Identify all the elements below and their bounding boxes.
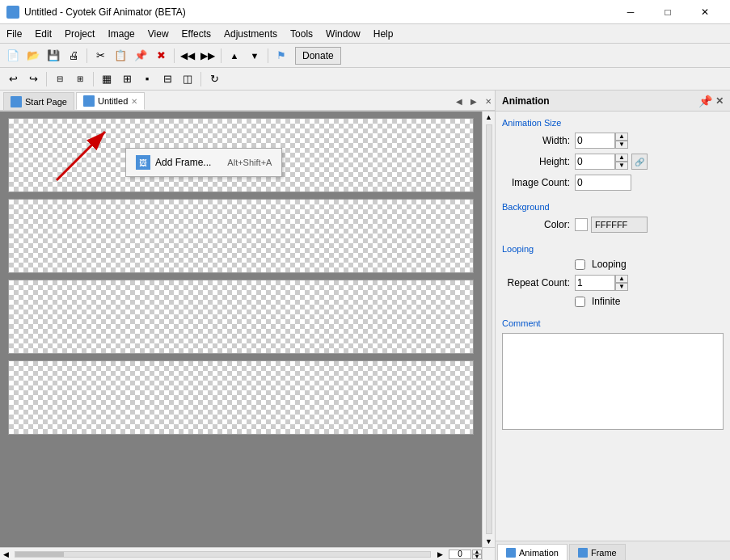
looping-checkbox[interactable] [575, 259, 585, 270]
repeat-spin-down[interactable]: ▼ [615, 283, 628, 291]
menu-image[interactable]: Image [101, 24, 141, 43]
copy-button[interactable] [111, 47, 130, 65]
animation-tab-label: Animation [519, 548, 559, 558]
add-frame-icon: 🖼 [136, 155, 150, 170]
paste-button[interactable] [131, 47, 150, 65]
scroll-right-button[interactable]: ▶ [434, 549, 445, 560]
minimize-button[interactable]: ─ [612, 0, 649, 24]
page-spin-down[interactable]: ▼ [472, 554, 482, 559]
separator6 [93, 72, 94, 86]
menu-view[interactable]: View [141, 24, 175, 43]
redo-button[interactable] [23, 70, 43, 88]
vertical-scrollbar[interactable]: ▲ ▼ [482, 112, 495, 547]
menu-help[interactable]: Help [367, 24, 400, 43]
scroll-up-button[interactable]: ▲ [483, 112, 495, 123]
repeat-count-row: Repeat Count: ▲ ▼ [502, 275, 724, 291]
print-button[interactable] [64, 47, 83, 65]
tab-animation[interactable]: Animation [497, 544, 568, 560]
start-page-label: Start Page [25, 97, 67, 107]
up-button[interactable] [225, 47, 244, 65]
toolbar-main: ◀◀ ▶▶ Donate [0, 44, 730, 68]
tab-frame[interactable]: Frame [569, 544, 626, 560]
hscroll-thumb[interactable] [15, 552, 64, 557]
untitled-icon [83, 95, 95, 107]
hscroll-track[interactable] [15, 551, 431, 558]
page-controls: ▲ ▼ [449, 549, 482, 559]
comment-textarea[interactable] [502, 333, 724, 430]
menu-effects[interactable]: Effects [175, 24, 217, 43]
move-right-button[interactable]: ▶▶ [198, 47, 217, 65]
divider2 [502, 238, 724, 244]
menu-file[interactable]: File [0, 24, 28, 43]
tab-scroll-right[interactable]: ▶ [467, 92, 480, 110]
save-button[interactable] [44, 47, 63, 65]
height-row: Height: ▲ ▼ 🔗 [502, 154, 724, 170]
separator5 [46, 72, 47, 86]
tab-untitled[interactable]: Untitled ✕ [76, 92, 145, 110]
menu-project[interactable]: Project [58, 24, 101, 43]
scroll-down-button[interactable]: ▼ [483, 536, 495, 547]
menu-edit[interactable]: Edit [28, 24, 58, 43]
frame-tab-label: Frame [591, 548, 617, 558]
tab-scroll-left[interactable]: ◀ [453, 92, 466, 110]
flag-button[interactable] [272, 47, 291, 65]
section-background: Background [502, 202, 724, 212]
width-spin-down[interactable]: ▼ [615, 141, 628, 149]
scroll-track[interactable] [486, 124, 492, 534]
menu-window[interactable]: Window [319, 24, 367, 43]
add-frame-menu-item[interactable]: 🖼 Add Frame... Alt+Shift+A [126, 152, 281, 173]
grid5-button[interactable] [178, 70, 197, 88]
grid4-button[interactable] [158, 70, 177, 88]
height-spin-down[interactable]: ▼ [615, 162, 628, 170]
image-count-label: Image Count: [502, 177, 575, 188]
section-animation-size: Animation Size [502, 118, 724, 128]
page-input[interactable] [449, 549, 471, 559]
height-spin-up[interactable]: ▲ [615, 154, 628, 162]
panel-close-button[interactable]: ✕ [715, 95, 724, 107]
tb2-btn1[interactable]: ⊟ [50, 70, 70, 88]
maximize-button[interactable]: □ [649, 0, 686, 24]
refresh-button[interactable] [205, 70, 224, 88]
down-button[interactable] [245, 47, 264, 65]
height-input[interactable] [575, 154, 615, 170]
infinite-row: Infinite [502, 296, 724, 307]
tb2-btn2[interactable]: ⊞ [70, 70, 90, 88]
divider3 [502, 312, 724, 318]
menu-adjustments[interactable]: Adjustments [217, 24, 284, 43]
separator4 [268, 48, 268, 63]
close-button[interactable]: ✕ [686, 0, 724, 24]
repeat-count-spinner: ▲ ▼ [615, 275, 628, 291]
open-button[interactable] [23, 47, 43, 65]
tab-close-icon[interactable]: ✕ [131, 97, 137, 106]
infinite-checkbox[interactable] [575, 297, 585, 307]
move-right-icon: ▶▶ [200, 50, 215, 61]
panel-pin-button[interactable]: 📌 [698, 95, 712, 107]
delete-button[interactable] [151, 47, 171, 65]
scroll-left-button[interactable]: ◀ [0, 549, 11, 560]
lock-aspect-button[interactable]: 🔗 [631, 154, 648, 170]
frame-3 [8, 280, 474, 354]
tab-start-page[interactable]: Start Page [3, 92, 74, 110]
repeat-spin-up[interactable]: ▲ [615, 275, 628, 283]
grid3-button[interactable] [137, 70, 157, 88]
donate-button[interactable]: Donate [295, 47, 341, 65]
color-value[interactable]: FFFFFF [591, 217, 648, 233]
toolbar-secondary: ⊟ ⊞ [0, 68, 730, 91]
width-row: Width: ▲ ▼ [502, 133, 724, 149]
width-label: Width: [502, 135, 575, 146]
grid-button[interactable] [97, 70, 116, 88]
color-swatch[interactable] [575, 218, 588, 231]
cut-button[interactable] [91, 47, 110, 65]
tab-close-all[interactable]: ✕ [482, 92, 495, 110]
repeat-count-input[interactable] [575, 275, 615, 291]
grid2-button[interactable] [117, 70, 137, 88]
new-button[interactable] [3, 47, 23, 65]
move-left-button[interactable]: ◀◀ [178, 47, 197, 65]
width-input[interactable] [575, 133, 615, 149]
undo-button[interactable] [3, 70, 23, 88]
image-count-input[interactable] [575, 175, 631, 191]
menu-tools[interactable]: Tools [284, 24, 319, 43]
width-spin-up[interactable]: ▲ [615, 133, 628, 141]
divider1 [502, 196, 724, 202]
panel-header: Animation 📌 ✕ [496, 91, 730, 112]
